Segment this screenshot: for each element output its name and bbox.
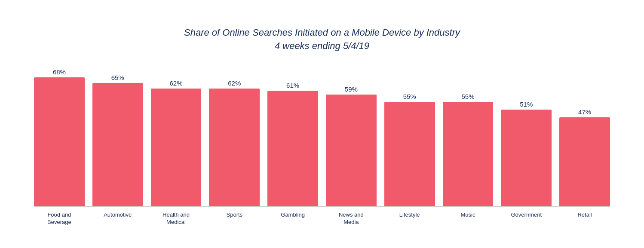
bar-value-health-medical: 62% <box>169 80 182 87</box>
bar-label-retail: Retail <box>559 211 610 226</box>
bar-value-automotive: 65% <box>111 74 124 81</box>
bar-music <box>443 102 494 206</box>
bar-retail <box>559 117 610 206</box>
bar-label-food-beverage: Food andBeverage <box>34 211 85 226</box>
bar-label-music: Music <box>443 211 494 226</box>
bar-group-news-media: 59% <box>326 86 377 206</box>
bar-value-music: 55% <box>461 93 474 100</box>
chart-container: Share of Online Searches Initiated on a … <box>21 18 623 230</box>
bars-wrapper: 68%65%62%62%61%59%55%55%51%47% <box>34 65 610 207</box>
bar-label-government: Government <box>501 211 552 226</box>
bar-food-beverage <box>34 77 85 206</box>
bar-automotive <box>92 83 143 206</box>
bar-label-news-media: News andMedia <box>326 211 377 226</box>
bar-group-automotive: 65% <box>92 74 143 206</box>
bar-sports <box>209 89 260 206</box>
bar-group-retail: 47% <box>559 108 610 206</box>
bar-group-music: 55% <box>443 93 494 206</box>
bar-value-retail: 47% <box>578 108 591 116</box>
bar-value-news-media: 59% <box>345 86 358 93</box>
bar-gambling <box>267 91 318 206</box>
chart-title-line1: Share of Online Searches Initiated on a … <box>184 27 460 38</box>
chart-area: 68%65%62%62%61%59%55%55%51%47% Food andB… <box>34 65 610 226</box>
bar-value-lifestyle: 55% <box>403 93 416 100</box>
bar-government <box>501 110 552 206</box>
chart-title-line2: 4 weeks ending 5/4/19 <box>275 40 369 51</box>
bar-group-government: 51% <box>501 101 552 206</box>
bar-value-sports: 62% <box>228 80 241 87</box>
bar-health-medical <box>151 89 202 206</box>
bar-group-gambling: 61% <box>267 82 318 206</box>
bar-news-media <box>326 95 377 206</box>
bar-group-health-medical: 62% <box>151 80 202 206</box>
bar-lifestyle <box>384 102 435 206</box>
bar-label-automotive: Automotive <box>92 211 143 226</box>
bar-value-government: 51% <box>520 101 533 108</box>
bar-value-food-beverage: 68% <box>53 68 66 76</box>
bar-label-gambling: Gambling <box>267 211 318 226</box>
bar-label-sports: Sports <box>209 211 260 226</box>
bar-label-health-medical: Health andMedical <box>151 211 202 226</box>
bar-value-gambling: 61% <box>286 82 299 89</box>
bar-group-lifestyle: 55% <box>384 93 435 206</box>
bar-group-food-beverage: 68% <box>34 68 85 206</box>
chart-title: Share of Online Searches Initiated on a … <box>34 26 610 53</box>
bar-label-lifestyle: Lifestyle <box>384 211 435 226</box>
labels-row: Food andBeverageAutomotiveHealth andMedi… <box>34 211 610 226</box>
bar-group-sports: 62% <box>209 80 260 206</box>
